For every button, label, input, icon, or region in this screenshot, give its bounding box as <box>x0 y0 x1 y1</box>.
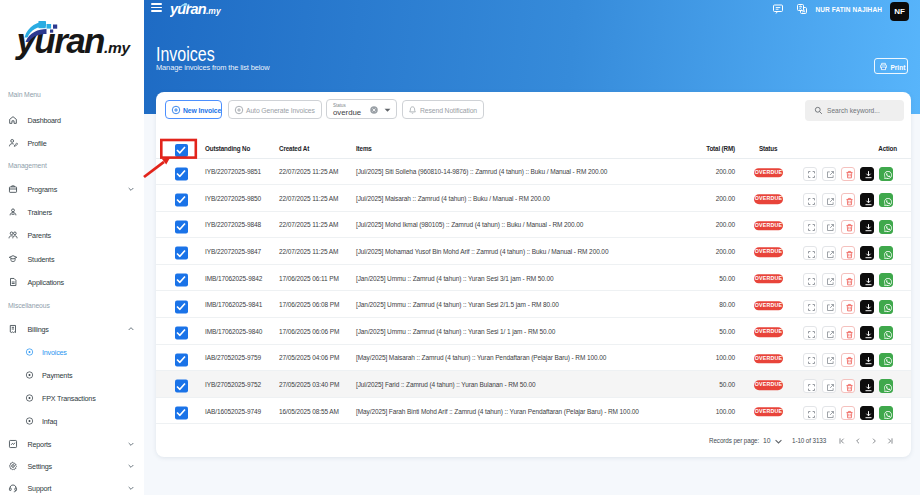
svg-text:yuran: yuran <box>170 1 207 17</box>
svg-text:.my: .my <box>206 6 222 16</box>
svg-text:.my: .my <box>104 39 131 56</box>
